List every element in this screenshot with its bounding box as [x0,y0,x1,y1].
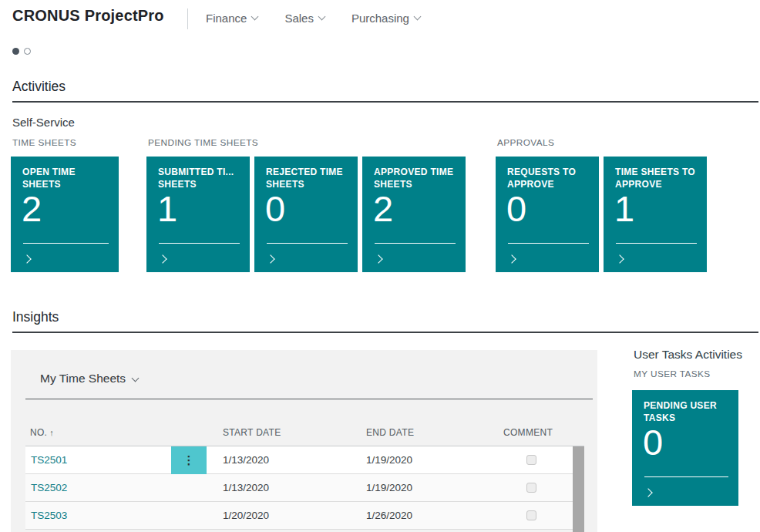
cue-group-pending-time-sheets: PENDING TIME SHEETS SUBMITTED TI...SHEET… [146,137,466,272]
time-sheet-no-link[interactable]: TS2503 [31,510,67,521]
cue-tile-row: OPEN TIMESHEETS2 [11,157,119,272]
carousel-dot[interactable] [24,48,31,55]
comment-checkbox[interactable] [526,455,536,465]
time-sheet-no-link[interactable]: TS2502 [31,482,67,493]
chevron-down-icon [318,13,325,21]
chevron-down-icon [132,374,140,382]
start-date-cell: 1/13/2020 [223,454,269,466]
cue-tile-divider [644,476,728,477]
cue-tile-approved-time-sheets[interactable]: APPROVED TIMESHEETS2 [362,157,466,272]
cue-tile-label: TIME SHEETS TOAPPROVE [604,157,707,190]
cue-tile-divider [375,243,456,244]
header-divider [187,8,188,29]
start-date-cell: 1/13/2020 [223,482,269,493]
carousel-dots [12,48,31,55]
nav-item-purchasing[interactable]: Purchasing [351,12,420,25]
user-tasks-tile-holder: PENDING USERTASKS0 [632,390,738,506]
cue-tile-value: 1 [157,190,178,227]
cue-tile-divider [159,243,240,244]
comment-checkbox[interactable] [526,510,536,520]
chevron-right-icon [374,254,382,263]
table-body: TS2501⋮1/13/20201/19/2020TS25021/13/2020… [25,446,573,530]
end-date-cell: 1/26/2020 [366,510,412,521]
cue-tile-divider [508,243,589,244]
chevron-down-icon [251,13,259,21]
table-header-row: NO.↑ START DATE END DATE COMMENT [25,427,584,446]
column-header-end-date[interactable]: END DATE [366,427,414,438]
insights-section-title: Insights [12,309,59,325]
cue-tile-rejected-time-sheets[interactable]: REJECTED TIMESHEETS0 [254,157,358,272]
panel-title-underline [25,399,593,399]
cue-group-approvals: APPROVALS REQUESTS TOAPPROVE0TIME SHEETS… [496,137,707,272]
chevron-right-icon [644,488,652,497]
chevron-right-icon [22,254,31,263]
panel-title-label: My Time Sheets [40,372,126,386]
chevron-down-icon [414,13,422,21]
app-title: CRONUS ProjectPro [12,7,164,25]
cue-group-time-sheets: TIME SHEETS OPEN TIMESHEETS2 [11,137,119,272]
cue-tile-label: REQUESTS TOAPPROVE [496,157,599,190]
chevron-right-icon [615,254,624,263]
end-date-cell: 1/19/2020 [366,482,412,493]
cue-tile-value: 0 [265,190,286,227]
carousel-dot-active[interactable] [12,48,19,55]
my-user-tasks-caption: MY USER TASKS [634,369,711,379]
cue-tile-submitted-time-sheets[interactable]: SUBMITTED TI...SHEETS1 [146,157,250,272]
top-navigation: FinanceSalesPurchasing [206,12,420,25]
nav-item-sales[interactable]: Sales [284,12,325,25]
cue-tile-value: 2 [373,190,394,227]
cue-tile-time-sheets-to-approve[interactable]: TIME SHEETS TOAPPROVE1 [604,157,707,272]
table-row: TS25021/13/20201/19/2020 [25,474,573,502]
cue-tile-label: PENDING USERTASKS [632,390,738,424]
cue-tile-label: OPEN TIMESHEETS [11,157,119,190]
section-divider [12,101,758,103]
table-row: TS25031/20/20201/26/2020 [25,502,573,530]
cue-group-caption: PENDING TIME SHEETS [148,137,466,148]
cue-tile-divider [267,243,348,244]
cue-tile-open-time-sheets[interactable]: OPEN TIMESHEETS2 [11,157,119,272]
nav-item-label: Finance [206,12,247,25]
dashboard-page: CRONUS ProjectPro FinanceSalesPurchasing… [0,0,760,532]
cue-tile-row: SUBMITTED TI...SHEETS1REJECTED TIMESHEET… [146,157,466,272]
cue-tile-divider [616,243,697,244]
comment-checkbox[interactable] [526,483,536,493]
time-sheet-no-link[interactable]: TS2501 [31,454,67,466]
sort-ascending-icon: ↑ [49,428,54,437]
cue-tile-pending-user-tasks[interactable]: PENDING USERTASKS0 [632,390,738,506]
row-options-kebab-icon[interactable]: ⋮ [171,446,207,474]
cue-tile-requests-to-approve[interactable]: REQUESTS TOAPPROVE0 [496,157,599,272]
section-divider [12,332,758,333]
my-time-sheets-panel: My Time Sheets NO.↑ START DATE END DATE … [11,350,597,532]
cue-tile-value: 1 [614,190,635,227]
cue-tile-value: 0 [643,424,664,460]
cue-tile-label: SUBMITTED TI...SHEETS [146,157,250,190]
column-header-no[interactable]: NO.↑ [30,427,54,438]
cue-tile-value: 2 [22,190,42,227]
cue-tile-label: REJECTED TIMESHEETS [254,157,358,190]
vertical-scrollbar[interactable] [573,446,584,532]
column-header-start-date[interactable]: START DATE [223,427,281,438]
self-service-group-title: Self-Service [12,116,75,129]
cue-tile-label: APPROVED TIMESHEETS [362,157,466,190]
cue-tile-value: 0 [506,190,527,227]
user-tasks-section-title: User Tasks Activities [634,348,742,362]
cue-tile-row: REQUESTS TOAPPROVE0TIME SHEETS TOAPPROVE… [496,157,707,272]
column-header-comment[interactable]: COMMENT [503,427,553,438]
nav-item-label: Sales [284,12,314,25]
chevron-right-icon [507,254,516,263]
cue-group-caption: APPROVALS [497,137,707,148]
table-row: TS2501⋮1/13/20201/19/2020 [25,446,573,474]
my-time-sheets-dropdown[interactable]: My Time Sheets [40,372,138,386]
nav-item-finance[interactable]: Finance [206,12,257,25]
chevron-right-icon [158,254,166,263]
nav-item-label: Purchasing [351,12,409,25]
end-date-cell: 1/19/2020 [366,454,412,466]
chevron-right-icon [266,254,274,263]
cue-group-caption: TIME SHEETS [12,137,119,148]
start-date-cell: 1/20/2020 [223,510,269,521]
cue-tile-divider [23,243,109,244]
activities-section-title: Activities [12,79,66,95]
